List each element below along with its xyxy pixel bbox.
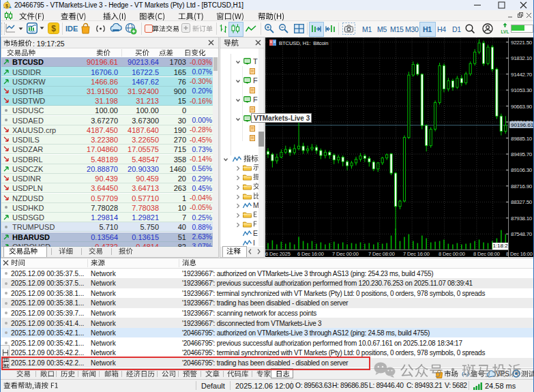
svg-text:$: $ [51, 24, 56, 33]
svg-text:LVL: LVL [501, 29, 509, 34]
